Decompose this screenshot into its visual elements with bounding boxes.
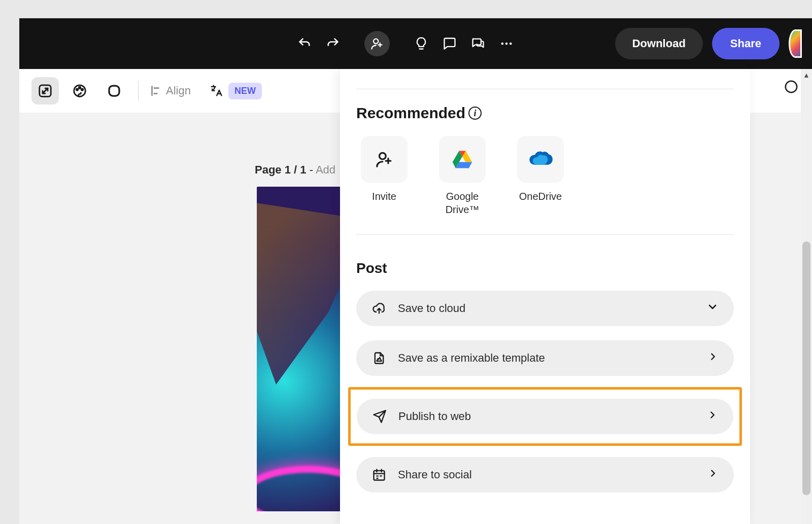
page-title-placeholder: Add — [316, 163, 335, 176]
recommended-tiles: Invite Google Drive™ — [356, 136, 734, 235]
tips-button[interactable] — [410, 32, 432, 55]
row-label: Share to social — [398, 468, 472, 481]
save-template-row[interactable]: Save as a remixable template — [356, 340, 734, 376]
canvas-artwork[interactable] — [257, 187, 348, 511]
new-badge: NEW — [228, 83, 262, 99]
translate-tool[interactable]: NEW — [209, 83, 262, 99]
onedrive-tile[interactable]: OneDrive — [513, 136, 568, 216]
publish-to-web-row[interactable]: Publish to web — [357, 399, 733, 434]
top-bar: Download Share — [19, 18, 812, 69]
scrollbar[interactable]: ▲ — [801, 69, 812, 524]
download-button[interactable]: Download — [615, 28, 703, 59]
share-panel: Recommended i Invite Googl — [340, 69, 750, 524]
comment-button[interactable] — [438, 32, 461, 55]
person-add-icon — [375, 150, 394, 169]
publish-highlight: Publish to web — [348, 387, 742, 446]
svg-point-16 — [786, 81, 797, 93]
share-to-social-row[interactable]: Share to social — [356, 457, 734, 493]
svg-point-7 — [79, 87, 81, 89]
svg-point-10 — [380, 153, 386, 159]
calendar-icon — [371, 467, 387, 482]
comments-multi-button[interactable] — [467, 32, 489, 55]
top-bar-icon-group — [293, 31, 518, 56]
svg-point-6 — [76, 89, 78, 91]
svg-rect-9 — [109, 86, 119, 96]
svg-point-8 — [81, 89, 83, 91]
svg-point-2 — [505, 43, 508, 45]
share-button[interactable]: Share — [712, 28, 780, 59]
recommended-label: Recommended — [356, 104, 465, 122]
redo-button[interactable] — [322, 32, 344, 55]
app-frame: Download Share Align NEW Page 1 / 1 - Ad… — [19, 18, 812, 524]
scroll-up-icon[interactable]: ▲ — [803, 71, 810, 79]
tile-label: Google Drive™ — [434, 190, 490, 216]
partial-right-icon[interactable] — [784, 79, 799, 94]
tile-label: OneDrive — [519, 190, 562, 203]
cloud-upload-icon — [371, 301, 387, 316]
row-label: Save to cloud — [398, 302, 465, 315]
chevron-down-icon — [706, 301, 719, 316]
row-label: Save as a remixable template — [398, 352, 545, 365]
page-indicator[interactable]: Page 1 / 1 - Add — [255, 163, 335, 177]
row-label: Publish to web — [398, 410, 471, 423]
invite-tile[interactable]: Invite — [356, 136, 412, 216]
chevron-right-icon — [707, 351, 719, 365]
page-number: Page 1 / 1 — [255, 163, 307, 176]
shape-tool[interactable] — [100, 77, 128, 104]
undo-button[interactable] — [293, 32, 316, 55]
more-button[interactable] — [495, 32, 518, 55]
save-to-cloud-row[interactable]: Save to cloud — [356, 291, 734, 326]
google-drive-icon — [451, 148, 473, 170]
recommended-header: Recommended i — [356, 104, 734, 122]
google-drive-tile[interactable]: Google Drive™ — [434, 136, 490, 216]
svg-rect-15 — [374, 471, 385, 480]
toolbar-divider — [138, 81, 139, 101]
tile-label: Invite — [372, 190, 396, 203]
align-label: Align — [166, 84, 191, 97]
add-collaborator-button[interactable] — [364, 31, 390, 56]
post-header: Post — [356, 260, 734, 276]
onedrive-icon — [527, 150, 554, 168]
resize-tool[interactable] — [31, 77, 59, 104]
align-tool[interactable]: Align — [149, 84, 191, 97]
info-icon[interactable]: i — [468, 107, 482, 120]
svg-point-0 — [374, 39, 378, 44]
color-tool[interactable] — [66, 77, 93, 104]
svg-point-1 — [501, 43, 504, 45]
chevron-right-icon — [707, 468, 719, 482]
avatar[interactable] — [789, 29, 802, 58]
template-icon — [371, 351, 387, 366]
chevron-right-icon — [707, 409, 718, 424]
svg-point-3 — [510, 43, 512, 45]
send-icon — [372, 409, 387, 424]
scroll-thumb[interactable] — [802, 241, 810, 495]
